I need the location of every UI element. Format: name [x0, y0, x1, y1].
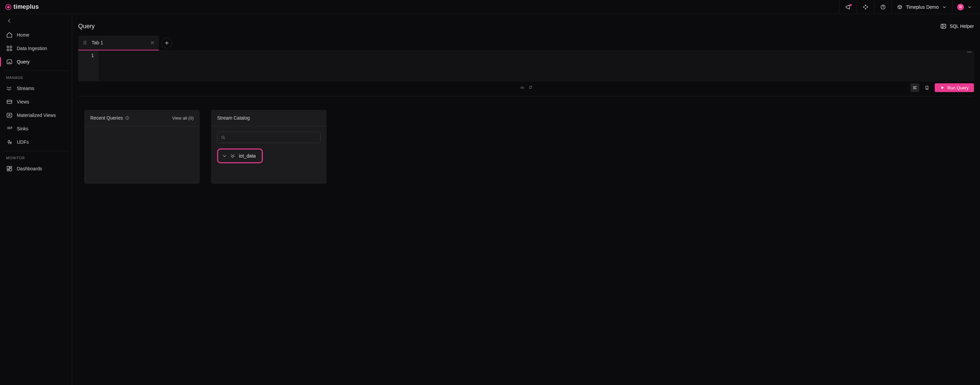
- panel-icon: [940, 23, 947, 30]
- sidebar-item-label: Dashboards: [17, 166, 42, 171]
- stream-item[interactable]: iot_data: [217, 149, 263, 163]
- workspace-switcher[interactable]: Timeplus Demo: [891, 0, 953, 14]
- plus-icon: [164, 40, 170, 46]
- announcements-button[interactable]: [839, 0, 856, 14]
- sidebar-item-label: Materialized Views: [17, 113, 56, 118]
- sidebar-item-label: Query: [17, 59, 30, 64]
- sidebar-item-ingestion[interactable]: Data Ingestion: [3, 42, 69, 55]
- sidebar-item-sinks[interactable]: Sinks: [3, 122, 69, 136]
- workspace-label: Timeplus Demo: [906, 4, 939, 10]
- help-icon: [880, 4, 886, 10]
- nav-section-manage: MANAGE: [3, 73, 69, 81]
- stream-name: iot_data: [239, 153, 256, 158]
- format-icon: [912, 85, 918, 90]
- minimap-icon: [967, 51, 972, 53]
- function-icon: [6, 139, 13, 145]
- sidebar-item-query[interactable]: Query: [3, 55, 69, 69]
- query-icon: [6, 59, 13, 65]
- card-title: Stream Catalog: [217, 115, 250, 121]
- tab-close-button[interactable]: [150, 40, 155, 45]
- resize-handle[interactable]: [520, 85, 533, 90]
- sidebar: Home Data Ingestion Query MANAGE Streams…: [0, 14, 72, 385]
- panels: Recent Queries View all (0) Stream Catal…: [78, 96, 974, 184]
- stream-catalog-body: iot_data: [211, 126, 326, 169]
- play-icon: [940, 85, 945, 90]
- slack-icon: [862, 4, 869, 10]
- view-all-link[interactable]: View all (0): [172, 115, 194, 121]
- bookmark-button[interactable]: [923, 83, 931, 92]
- refresh-icon: [528, 85, 533, 90]
- user-menu[interactable]: W: [953, 0, 975, 14]
- sidebar-item-home[interactable]: Home: [3, 28, 69, 42]
- box-icon: [897, 4, 902, 10]
- chevron-down-icon: [942, 5, 947, 10]
- recent-queries-card: Recent Queries View all (0): [84, 110, 200, 184]
- stream-icon: [6, 85, 13, 92]
- sidebar-item-dashboards[interactable]: Dashboards: [3, 162, 69, 176]
- recent-queries-body: [84, 126, 200, 137]
- sidebar-item-label: Sinks: [17, 126, 28, 131]
- divider: [3, 151, 68, 151]
- run-query-button[interactable]: Run Query: [935, 83, 974, 92]
- nav-section-monitor: MONITOR: [3, 153, 69, 162]
- help-button[interactable]: [874, 0, 891, 14]
- home-icon: [6, 32, 13, 38]
- grid-icon: [6, 45, 13, 52]
- catalog-search[interactable]: [217, 132, 320, 143]
- tabs: Tab 1: [78, 36, 974, 50]
- search-icon: [221, 135, 226, 140]
- sidebar-item-label: Views: [17, 99, 29, 104]
- sql-helper-button[interactable]: SQL Helper: [940, 23, 974, 30]
- sidebar-item-label: UDFs: [17, 139, 29, 145]
- card-head: Recent Queries View all (0): [84, 110, 200, 126]
- sidebar-item-label: Home: [17, 32, 29, 38]
- sidebar-item-views[interactable]: Views: [3, 95, 69, 109]
- collapse-sidebar-button[interactable]: [7, 18, 12, 24]
- run-query-label: Run Query: [947, 85, 969, 90]
- divider: [3, 70, 68, 71]
- brand-logo-icon: [5, 4, 11, 10]
- stream-catalog-card: Stream Catalog iot_data: [211, 110, 326, 184]
- brand-name: timeplus: [13, 3, 39, 10]
- avatar: W: [957, 4, 964, 10]
- editor-toolbar: Run Query: [78, 81, 974, 96]
- page-title: Query: [78, 23, 95, 30]
- dashboard-icon: [6, 165, 13, 172]
- chevron-left-icon: [7, 18, 12, 24]
- close-icon: [150, 40, 155, 45]
- nav: Home Data Ingestion Query MANAGE Streams…: [0, 28, 72, 176]
- stream-icon: [230, 153, 235, 158]
- sidebar-item-label: Data Ingestion: [17, 46, 47, 51]
- line-number: 1: [91, 53, 94, 58]
- sidebar-item-matviews[interactable]: Materialized Views: [3, 109, 69, 122]
- info-icon: [125, 115, 130, 120]
- sql-helper-label: SQL Helper: [950, 24, 974, 29]
- bookmark-icon: [924, 85, 930, 90]
- editor-wrap: 1 Run Query: [78, 50, 974, 96]
- topbar-right: Timeplus Demo W: [839, 0, 975, 14]
- format-button[interactable]: [910, 83, 919, 92]
- materialized-view-icon: [6, 112, 13, 118]
- notification-dot-icon: [850, 4, 852, 6]
- sql-editor[interactable]: 1: [78, 50, 974, 81]
- drag-handle-icon[interactable]: [82, 40, 88, 45]
- chevron-down-icon: [967, 5, 972, 10]
- avatar-initial: W: [959, 5, 962, 9]
- tab[interactable]: Tab 1: [78, 36, 159, 50]
- grip-horizontal-icon: [520, 85, 525, 90]
- sidebar-item-streams[interactable]: Streams: [3, 81, 69, 95]
- sink-icon: [6, 125, 13, 132]
- views-icon: [6, 98, 13, 105]
- editor-gutter: 1: [78, 51, 99, 81]
- brand[interactable]: timeplus: [5, 3, 39, 10]
- topbar: timeplus Timeplus Demo W: [0, 0, 980, 14]
- sidebar-item-udfs[interactable]: UDFs: [3, 136, 69, 149]
- card-title: Recent Queries: [90, 115, 123, 121]
- sidebar-item-label: Streams: [17, 86, 34, 91]
- catalog-search-input[interactable]: [228, 135, 317, 140]
- chevron-down-icon: [222, 153, 227, 158]
- add-tab-button[interactable]: [161, 38, 172, 48]
- card-head: Stream Catalog: [211, 110, 326, 126]
- slack-button[interactable]: [856, 0, 874, 14]
- main: Query SQL Helper Tab 1 1: [72, 14, 980, 385]
